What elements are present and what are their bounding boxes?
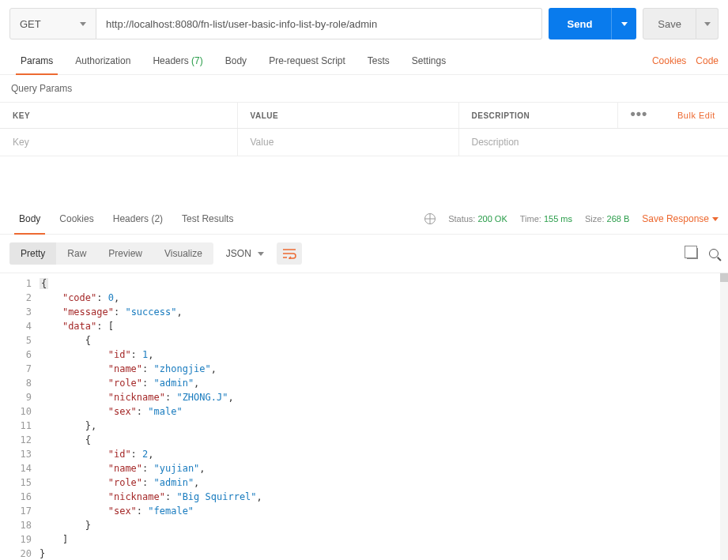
save-group: Save bbox=[643, 8, 719, 39]
send-dropdown[interactable] bbox=[611, 8, 636, 39]
response-tabs: Body Cookies Headers (2) Test Results bbox=[9, 204, 243, 234]
chevron-down-icon bbox=[712, 217, 719, 221]
tab-headers-count: (7) bbox=[191, 55, 203, 66]
copy-icon[interactable] bbox=[687, 248, 698, 259]
response-toolbar: Pretty Raw Preview Visualize JSON bbox=[0, 235, 728, 272]
save-button[interactable]: Save bbox=[643, 8, 696, 39]
query-params-header: Query Params bbox=[0, 75, 728, 103]
tab-params[interactable]: Params bbox=[9, 47, 64, 74]
toolbar-right bbox=[687, 248, 719, 259]
code-lines[interactable]: { "code": 0, "message": "success", "data… bbox=[40, 276, 728, 560]
spacer bbox=[0, 156, 728, 204]
col-bulk-header: Bulk Edit bbox=[665, 103, 728, 129]
request-tabs: Params Authorization Headers (7) Body Pr… bbox=[9, 47, 457, 74]
time-label: Time: bbox=[520, 214, 541, 224]
size-group: Size: 268 B bbox=[585, 214, 629, 224]
save-dropdown[interactable] bbox=[696, 8, 719, 39]
send-group: Send bbox=[549, 8, 637, 39]
response-body: 1234567891011121314151617181920 { "code"… bbox=[0, 272, 728, 560]
value-cell[interactable]: Value bbox=[237, 129, 458, 156]
view-preview[interactable]: Preview bbox=[97, 242, 153, 265]
scrollbar[interactable] bbox=[720, 273, 728, 560]
save-response-label: Save Response bbox=[642, 213, 709, 224]
tab-tests[interactable]: Tests bbox=[356, 47, 401, 74]
toolbar-left: Pretty Raw Preview Visualize JSON bbox=[9, 242, 302, 265]
method-value: GET bbox=[20, 18, 41, 30]
view-visualize[interactable]: Visualize bbox=[153, 242, 213, 265]
status-label: Status: bbox=[448, 214, 475, 224]
size-label: Size: bbox=[585, 214, 604, 224]
search-icon[interactable] bbox=[709, 249, 719, 258]
format-value: JSON bbox=[226, 248, 251, 259]
chevron-down-icon bbox=[621, 22, 628, 26]
resp-tab-headers-label: Headers bbox=[113, 213, 149, 224]
chevron-down-icon bbox=[704, 22, 711, 26]
size-value: 268 B bbox=[607, 214, 630, 224]
wrap-icon bbox=[282, 248, 296, 259]
tab-settings[interactable]: Settings bbox=[401, 47, 457, 74]
response-status: Status: 200 OK Time: 155 ms Size: 268 B … bbox=[424, 213, 719, 224]
col-value-header: VALUE bbox=[237, 103, 458, 129]
save-response-link[interactable]: Save Response bbox=[642, 213, 719, 224]
chevron-down-icon bbox=[258, 252, 264, 256]
status-value: 200 OK bbox=[477, 214, 507, 224]
resp-tab-headers[interactable]: Headers (2) bbox=[104, 204, 172, 234]
resp-tab-cookies[interactable]: Cookies bbox=[50, 204, 103, 234]
url-input[interactable] bbox=[96, 8, 542, 39]
time-value: 155 ms bbox=[544, 214, 572, 224]
col-key-header: KEY bbox=[0, 103, 237, 129]
wrap-lines-button[interactable] bbox=[277, 242, 302, 265]
view-raw[interactable]: Raw bbox=[56, 242, 97, 265]
tab-body[interactable]: Body bbox=[214, 47, 258, 74]
format-select[interactable]: JSON bbox=[218, 243, 272, 264]
globe-icon[interactable] bbox=[424, 213, 436, 224]
resp-tab-test-results[interactable]: Test Results bbox=[172, 204, 243, 234]
more-icon[interactable]: ••• bbox=[631, 106, 648, 122]
response-header: Body Cookies Headers (2) Test Results St… bbox=[0, 204, 728, 235]
right-links: Cookies Code bbox=[652, 55, 719, 66]
resp-tab-body[interactable]: Body bbox=[9, 204, 50, 234]
line-gutter: 1234567891011121314151617181920 bbox=[0, 276, 40, 560]
chevron-down-icon bbox=[80, 22, 86, 26]
params-new-row[interactable]: Key Value Description bbox=[0, 129, 728, 156]
col-desc-header: DESCRIPTION bbox=[458, 103, 617, 129]
tab-authorization[interactable]: Authorization bbox=[64, 47, 141, 74]
method-select[interactable]: GET bbox=[9, 8, 96, 39]
params-table: KEY VALUE DESCRIPTION ••• Bulk Edit Key … bbox=[0, 103, 728, 156]
time-group: Time: 155 ms bbox=[520, 214, 572, 224]
status-group: Status: 200 OK bbox=[448, 214, 507, 224]
code-link[interactable]: Code bbox=[696, 55, 719, 66]
resp-tab-headers-count: (2) bbox=[151, 213, 163, 224]
bulk-edit-link[interactable]: Bulk Edit bbox=[677, 111, 715, 120]
params-header-row: KEY VALUE DESCRIPTION ••• Bulk Edit bbox=[0, 103, 728, 129]
request-tabs-row: Params Authorization Headers (7) Body Pr… bbox=[0, 47, 728, 75]
view-pretty[interactable]: Pretty bbox=[9, 242, 56, 265]
view-mode-tabs: Pretty Raw Preview Visualize bbox=[9, 242, 213, 265]
tab-headers-label: Headers bbox=[153, 55, 188, 66]
cookies-link[interactable]: Cookies bbox=[652, 55, 686, 66]
desc-cell[interactable]: Description bbox=[458, 129, 728, 156]
tab-headers[interactable]: Headers (7) bbox=[141, 47, 213, 74]
key-cell[interactable]: Key bbox=[0, 129, 237, 156]
send-button[interactable]: Send bbox=[549, 8, 612, 39]
tab-prerequest[interactable]: Pre-request Script bbox=[258, 47, 356, 74]
col-actions-header: ••• bbox=[617, 103, 665, 129]
request-bar: GET Send Save bbox=[0, 0, 728, 47]
